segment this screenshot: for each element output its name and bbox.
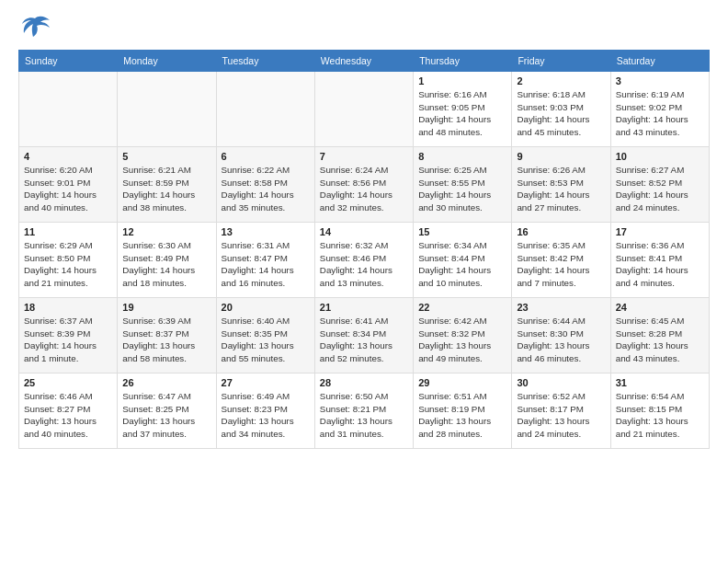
calendar-cell: 6Sunrise: 6:22 AM Sunset: 8:58 PM Daylig…	[216, 147, 314, 223]
day-header-saturday: Saturday	[610, 51, 709, 72]
day-info: Sunrise: 6:25 AM Sunset: 8:55 PM Dayligh…	[418, 164, 506, 214]
calendar-cell: 21Sunrise: 6:41 AM Sunset: 8:34 PM Dayli…	[314, 298, 413, 373]
day-info: Sunrise: 6:34 AM Sunset: 8:44 PM Dayligh…	[418, 239, 506, 290]
day-info: Sunrise: 6:24 AM Sunset: 8:56 PM Dayligh…	[320, 164, 408, 214]
day-number: 21	[320, 302, 408, 313]
calendar-cell: 27Sunrise: 6:49 AM Sunset: 8:23 PM Dayli…	[216, 373, 314, 449]
day-number: 17	[616, 226, 704, 237]
calendar-cell	[118, 72, 216, 147]
day-number: 16	[517, 226, 605, 237]
day-header-friday: Friday	[512, 51, 610, 72]
day-number: 26	[122, 377, 210, 388]
day-number: 12	[122, 226, 210, 237]
calendar-cell: 24Sunrise: 6:45 AM Sunset: 8:28 PM Dayli…	[610, 298, 709, 373]
calendar-cell: 12Sunrise: 6:30 AM Sunset: 8:49 PM Dayli…	[118, 223, 216, 298]
day-info: Sunrise: 6:39 AM Sunset: 8:37 PM Dayligh…	[122, 315, 210, 365]
day-number: 28	[320, 377, 408, 388]
calendar-cell: 18Sunrise: 6:37 AM Sunset: 8:39 PM Dayli…	[19, 298, 118, 373]
calendar-cell: 29Sunrise: 6:51 AM Sunset: 8:19 PM Dayli…	[414, 373, 512, 449]
day-info: Sunrise: 6:40 AM Sunset: 8:35 PM Dayligh…	[222, 315, 310, 365]
day-info: Sunrise: 6:36 AM Sunset: 8:41 PM Dayligh…	[616, 239, 704, 290]
calendar-cell: 2Sunrise: 6:18 AM Sunset: 9:03 PM Daylig…	[512, 72, 610, 147]
calendar-week-4: 18Sunrise: 6:37 AM Sunset: 8:39 PM Dayli…	[19, 298, 710, 373]
day-header-monday: Monday	[118, 51, 216, 72]
calendar-cell: 7Sunrise: 6:24 AM Sunset: 8:56 PM Daylig…	[314, 147, 413, 223]
day-info: Sunrise: 6:47 AM Sunset: 8:25 PM Dayligh…	[122, 390, 210, 441]
calendar-cell	[314, 72, 413, 147]
day-header-sunday: Sunday	[19, 51, 118, 72]
day-info: Sunrise: 6:18 AM Sunset: 9:03 PM Dayligh…	[517, 88, 605, 139]
calendar-cell: 19Sunrise: 6:39 AM Sunset: 8:37 PM Dayli…	[118, 298, 216, 373]
calendar-cell: 23Sunrise: 6:44 AM Sunset: 8:30 PM Dayli…	[512, 298, 610, 373]
day-number: 10	[616, 151, 704, 162]
day-info: Sunrise: 6:32 AM Sunset: 8:46 PM Dayligh…	[320, 239, 408, 290]
day-number: 11	[24, 226, 112, 237]
day-info: Sunrise: 6:26 AM Sunset: 8:53 PM Dayligh…	[517, 164, 605, 214]
day-number: 27	[222, 377, 310, 388]
calendar-cell: 3Sunrise: 6:19 AM Sunset: 9:02 PM Daylig…	[610, 72, 709, 147]
day-number: 18	[24, 302, 112, 313]
day-info: Sunrise: 6:31 AM Sunset: 8:47 PM Dayligh…	[222, 239, 310, 290]
day-header-wednesday: Wednesday	[314, 51, 413, 72]
calendar-week-5: 25Sunrise: 6:46 AM Sunset: 8:27 PM Dayli…	[19, 373, 710, 449]
day-header-thursday: Thursday	[414, 51, 512, 72]
day-info: Sunrise: 6:41 AM Sunset: 8:34 PM Dayligh…	[320, 315, 408, 365]
day-info: Sunrise: 6:35 AM Sunset: 8:42 PM Dayligh…	[517, 239, 605, 290]
calendar-cell: 28Sunrise: 6:50 AM Sunset: 8:21 PM Dayli…	[314, 373, 413, 449]
day-info: Sunrise: 6:19 AM Sunset: 9:02 PM Dayligh…	[616, 88, 704, 139]
calendar-week-1: 1Sunrise: 6:16 AM Sunset: 9:05 PM Daylig…	[19, 72, 710, 147]
calendar-cell: 25Sunrise: 6:46 AM Sunset: 8:27 PM Dayli…	[19, 373, 118, 449]
calendar-cell	[19, 72, 118, 147]
calendar-cell: 13Sunrise: 6:31 AM Sunset: 8:47 PM Dayli…	[216, 223, 314, 298]
day-number: 4	[24, 151, 112, 162]
day-info: Sunrise: 6:27 AM Sunset: 8:52 PM Dayligh…	[616, 164, 704, 214]
calendar-cell: 31Sunrise: 6:54 AM Sunset: 8:15 PM Dayli…	[610, 373, 709, 449]
day-info: Sunrise: 6:46 AM Sunset: 8:27 PM Dayligh…	[24, 390, 112, 441]
day-info: Sunrise: 6:44 AM Sunset: 8:30 PM Dayligh…	[517, 315, 605, 365]
day-number: 3	[616, 75, 704, 86]
calendar-cell: 26Sunrise: 6:47 AM Sunset: 8:25 PM Dayli…	[118, 373, 216, 449]
day-number: 22	[418, 302, 506, 313]
day-info: Sunrise: 6:20 AM Sunset: 9:01 PM Dayligh…	[24, 164, 112, 214]
calendar-cell: 10Sunrise: 6:27 AM Sunset: 8:52 PM Dayli…	[610, 147, 709, 223]
calendar-cell: 30Sunrise: 6:52 AM Sunset: 8:17 PM Dayli…	[512, 373, 610, 449]
calendar-cell: 22Sunrise: 6:42 AM Sunset: 8:32 PM Dayli…	[414, 298, 512, 373]
calendar-page: SundayMondayTuesdayWednesdayThursdayFrid…	[0, 0, 728, 563]
logo	[18, 15, 55, 40]
day-number: 14	[320, 226, 408, 237]
calendar-cell: 20Sunrise: 6:40 AM Sunset: 8:35 PM Dayli…	[216, 298, 314, 373]
calendar-cell	[216, 72, 314, 147]
calendar-cell: 14Sunrise: 6:32 AM Sunset: 8:46 PM Dayli…	[314, 223, 413, 298]
calendar-cell: 8Sunrise: 6:25 AM Sunset: 8:55 PM Daylig…	[414, 147, 512, 223]
calendar-cell: 5Sunrise: 6:21 AM Sunset: 8:59 PM Daylig…	[118, 147, 216, 223]
calendar-header-row: SundayMondayTuesdayWednesdayThursdayFrid…	[19, 51, 710, 72]
day-info: Sunrise: 6:52 AM Sunset: 8:17 PM Dayligh…	[517, 390, 605, 441]
day-number: 7	[320, 151, 408, 162]
day-info: Sunrise: 6:51 AM Sunset: 8:19 PM Dayligh…	[418, 390, 506, 441]
calendar-cell: 17Sunrise: 6:36 AM Sunset: 8:41 PM Dayli…	[610, 223, 709, 298]
day-number: 9	[517, 151, 605, 162]
day-info: Sunrise: 6:22 AM Sunset: 8:58 PM Dayligh…	[222, 164, 310, 214]
day-number: 8	[418, 151, 506, 162]
calendar-cell: 9Sunrise: 6:26 AM Sunset: 8:53 PM Daylig…	[512, 147, 610, 223]
day-info: Sunrise: 6:54 AM Sunset: 8:15 PM Dayligh…	[616, 390, 704, 441]
day-info: Sunrise: 6:29 AM Sunset: 8:50 PM Dayligh…	[24, 239, 112, 290]
day-info: Sunrise: 6:42 AM Sunset: 8:32 PM Dayligh…	[418, 315, 506, 365]
day-number: 24	[616, 302, 704, 313]
calendar-table: SundayMondayTuesdayWednesdayThursdayFrid…	[18, 50, 710, 449]
day-number: 30	[517, 377, 605, 388]
day-info: Sunrise: 6:21 AM Sunset: 8:59 PM Dayligh…	[122, 164, 210, 214]
day-info: Sunrise: 6:50 AM Sunset: 8:21 PM Dayligh…	[320, 390, 408, 441]
day-number: 1	[418, 75, 506, 86]
calendar-cell: 16Sunrise: 6:35 AM Sunset: 8:42 PM Dayli…	[512, 223, 610, 298]
calendar-cell: 11Sunrise: 6:29 AM Sunset: 8:50 PM Dayli…	[19, 223, 118, 298]
calendar-cell: 1Sunrise: 6:16 AM Sunset: 9:05 PM Daylig…	[414, 72, 512, 147]
day-info: Sunrise: 6:30 AM Sunset: 8:49 PM Dayligh…	[122, 239, 210, 290]
calendar-cell: 15Sunrise: 6:34 AM Sunset: 8:44 PM Dayli…	[414, 223, 512, 298]
calendar-cell: 4Sunrise: 6:20 AM Sunset: 9:01 PM Daylig…	[19, 147, 118, 223]
calendar-week-3: 11Sunrise: 6:29 AM Sunset: 8:50 PM Dayli…	[19, 223, 710, 298]
day-number: 20	[222, 302, 310, 313]
day-number: 2	[517, 75, 605, 86]
day-info: Sunrise: 6:45 AM Sunset: 8:28 PM Dayligh…	[616, 315, 704, 365]
day-info: Sunrise: 6:16 AM Sunset: 9:05 PM Dayligh…	[418, 88, 506, 139]
